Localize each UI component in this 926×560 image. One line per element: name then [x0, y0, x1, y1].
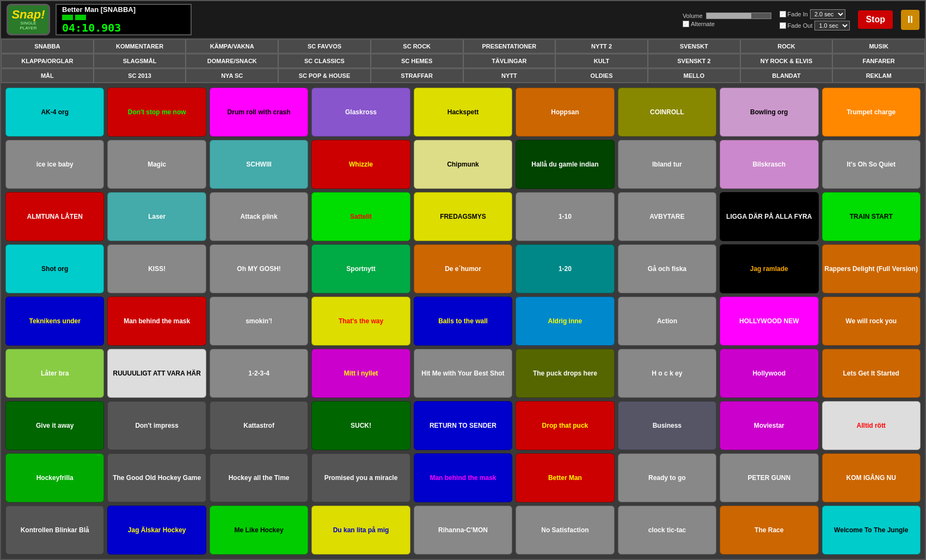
- nav-btn-presentationer[interactable]: PRESENTATIONER: [463, 39, 556, 53]
- grid-cell-0-1[interactable]: Don't stop me now: [107, 88, 206, 137]
- grid-cell-4-8[interactable]: We will rock you: [822, 297, 921, 346]
- grid-cell-4-2[interactable]: smokin'!: [210, 297, 308, 346]
- grid-cell-6-7[interactable]: Moviestar: [720, 401, 818, 450]
- nav-btn-slagsmål[interactable]: SLAGSMÅL: [94, 54, 186, 68]
- nav-btn-snabba[interactable]: SNABBA: [1, 39, 94, 53]
- grid-cell-1-0[interactable]: ice ice baby: [5, 140, 104, 189]
- grid-cell-7-1[interactable]: The Good Old Hockey Game: [107, 453, 206, 502]
- volume-slider[interactable]: [706, 13, 771, 19]
- grid-cell-3-0[interactable]: Shot org: [5, 244, 104, 293]
- grid-cell-7-5[interactable]: Better Man: [516, 453, 614, 502]
- grid-cell-8-1[interactable]: Jag Älskar Hockey: [107, 506, 206, 555]
- nav-btn-sc-hemes[interactable]: SC HEMES: [371, 54, 463, 68]
- grid-cell-5-5[interactable]: The puck drops here: [516, 349, 614, 398]
- nav-btn-sc-rock[interactable]: SC ROCK: [371, 39, 463, 53]
- grid-cell-7-0[interactable]: Hockeyfrilla: [5, 453, 104, 502]
- grid-cell-8-3[interactable]: Du kan lita på mig: [311, 506, 410, 555]
- grid-cell-7-8[interactable]: KOM IGÅNG NU: [822, 453, 921, 502]
- grid-cell-2-5[interactable]: 1-10: [516, 192, 614, 241]
- grid-cell-7-7[interactable]: PETER GUNN: [720, 453, 818, 502]
- grid-cell-3-3[interactable]: Sportnytt: [311, 244, 410, 293]
- nav-btn-kämpa/vakna[interactable]: KÄMPA/VAKNA: [186, 39, 278, 53]
- grid-cell-2-3[interactable]: Sattelit: [311, 192, 410, 241]
- nav-btn-klappa/orglar[interactable]: KLAPPA/ORGLAR: [1, 54, 94, 68]
- grid-cell-8-5[interactable]: No Satisfaction: [516, 506, 614, 555]
- grid-cell-6-4[interactable]: RETURN TO SENDER: [414, 401, 512, 450]
- grid-cell-2-2[interactable]: Attack plink: [210, 192, 308, 241]
- fade-out-select[interactable]: 1.0 sec 2.0 sec 0.5 sec: [814, 21, 850, 30]
- grid-cell-5-6[interactable]: H o c k ey: [618, 349, 716, 398]
- grid-cell-6-8[interactable]: Alltid rött: [822, 401, 921, 450]
- fade-in-select[interactable]: 2.0 sec 1.0 sec 0.5 sec: [810, 9, 845, 19]
- grid-cell-7-2[interactable]: Hockey all the Time: [210, 453, 308, 502]
- nav-btn-straffar[interactable]: STRAFFAR: [371, 69, 463, 83]
- nav-btn-kult[interactable]: KULT: [555, 54, 648, 68]
- grid-cell-0-6[interactable]: COINROLL: [618, 88, 716, 137]
- grid-cell-0-5[interactable]: Hoppsan: [516, 88, 614, 137]
- grid-cell-2-0[interactable]: ALMTUNA LÅTEN: [5, 192, 104, 241]
- grid-cell-8-0[interactable]: Kontrollen Blinkar Blå: [5, 506, 104, 555]
- grid-cell-5-7[interactable]: Hollywood: [720, 349, 818, 398]
- grid-cell-0-3[interactable]: Glaskross: [311, 88, 410, 137]
- nav-btn-svenskt[interactable]: SVENSKT: [648, 39, 740, 53]
- nav-btn-fanfarer[interactable]: FANFARER: [832, 54, 925, 68]
- grid-cell-7-3[interactable]: Promised you a miracle: [311, 453, 410, 502]
- grid-cell-3-4[interactable]: De e´humor: [414, 244, 512, 293]
- grid-cell-1-1[interactable]: Magic: [107, 140, 206, 189]
- grid-cell-4-3[interactable]: That's the way: [311, 297, 410, 346]
- grid-cell-5-3[interactable]: Mitt i nyllet: [311, 349, 410, 398]
- grid-cell-3-7[interactable]: Jag ramlade: [720, 244, 818, 293]
- nav-btn-ny-rock-&-elvis[interactable]: NY ROCK & ELVIS: [740, 54, 833, 68]
- grid-cell-0-0[interactable]: AK-4 org: [5, 88, 104, 137]
- nav-btn-kommentarer[interactable]: KOMMENTARER: [94, 39, 186, 53]
- grid-cell-7-6[interactable]: Ready to go: [618, 453, 716, 502]
- grid-cell-4-4[interactable]: Balls to the wall: [414, 297, 512, 346]
- grid-cell-6-5[interactable]: Drop that puck: [516, 401, 614, 450]
- nav-btn-sc-pop-&-house[interactable]: SC POP & HOUSE: [278, 69, 371, 83]
- grid-cell-8-4[interactable]: Rihanna-C'MON: [414, 506, 512, 555]
- grid-cell-0-7[interactable]: Bowling org: [720, 88, 818, 137]
- nav-btn-blandat[interactable]: BLANDAT: [740, 69, 833, 83]
- grid-cell-2-1[interactable]: Laser: [107, 192, 206, 241]
- nav-btn-tävlingar[interactable]: TÄVLINGAR: [463, 54, 556, 68]
- grid-cell-1-7[interactable]: Bilskrasch: [720, 140, 818, 189]
- pause-button[interactable]: II: [901, 10, 919, 30]
- grid-cell-2-7[interactable]: LIGGA DÄR PÅ ALLA FYRA: [720, 192, 818, 241]
- grid-cell-1-2[interactable]: SCHWIII: [210, 140, 308, 189]
- grid-cell-3-5[interactable]: 1-20: [516, 244, 614, 293]
- grid-cell-6-2[interactable]: Kattastrof: [210, 401, 308, 450]
- grid-cell-3-8[interactable]: Rappers Delight (Full Version): [822, 244, 921, 293]
- grid-cell-0-8[interactable]: Trumpet charge: [822, 88, 921, 137]
- grid-cell-8-6[interactable]: clock tic-tac: [618, 506, 716, 555]
- alternate-checkbox[interactable]: ✓ Alternate: [683, 21, 715, 27]
- grid-cell-7-4[interactable]: Man behind the mask: [414, 453, 512, 502]
- grid-cell-0-2[interactable]: Drum roll with crash: [210, 88, 308, 137]
- fade-out-checkbox[interactable]: ✓ Fade Out: [780, 22, 813, 29]
- grid-cell-5-0[interactable]: Låter bra: [5, 349, 104, 398]
- nav-btn-svenskt-2[interactable]: SVENSKT 2: [648, 54, 740, 68]
- grid-cell-3-6[interactable]: Gå och fiska: [618, 244, 716, 293]
- grid-cell-1-6[interactable]: Ibland tur: [618, 140, 716, 189]
- grid-cell-4-6[interactable]: Action: [618, 297, 716, 346]
- nav-btn-mello[interactable]: MELLO: [648, 69, 740, 83]
- grid-cell-6-0[interactable]: Give it away: [5, 401, 104, 450]
- grid-cell-2-6[interactable]: AVBYTARE: [618, 192, 716, 241]
- nav-btn-sc-classics[interactable]: SC CLASSICS: [278, 54, 371, 68]
- nav-btn-domare/snack[interactable]: DOMARE/SNACK: [186, 54, 278, 68]
- stop-button[interactable]: Stop: [858, 10, 893, 29]
- grid-cell-4-0[interactable]: Teknikens under: [5, 297, 104, 346]
- grid-cell-1-5[interactable]: Hallå du gamle indian: [516, 140, 614, 189]
- nav-btn-mål[interactable]: MÅL: [1, 69, 94, 83]
- grid-cell-5-2[interactable]: 1-2-3-4: [210, 349, 308, 398]
- nav-btn-rock[interactable]: ROCK: [740, 39, 833, 53]
- grid-cell-8-7[interactable]: The Race: [720, 506, 818, 555]
- fade-in-checkbox[interactable]: ✓ Fade In: [780, 11, 808, 17]
- grid-cell-5-1[interactable]: RUUUULIGT ATT VARA HÄR: [107, 349, 206, 398]
- grid-cell-6-3[interactable]: SUCK!: [311, 401, 410, 450]
- grid-cell-3-1[interactable]: KISS!: [107, 244, 206, 293]
- grid-cell-8-2[interactable]: Me Like Hockey: [210, 506, 308, 555]
- nav-btn-nytt-2[interactable]: NYTT 2: [555, 39, 648, 53]
- nav-btn-sc-favvos[interactable]: SC FAVVOS: [278, 39, 371, 53]
- grid-cell-6-6[interactable]: Business: [618, 401, 716, 450]
- nav-btn-nytt[interactable]: NYTT: [463, 69, 556, 83]
